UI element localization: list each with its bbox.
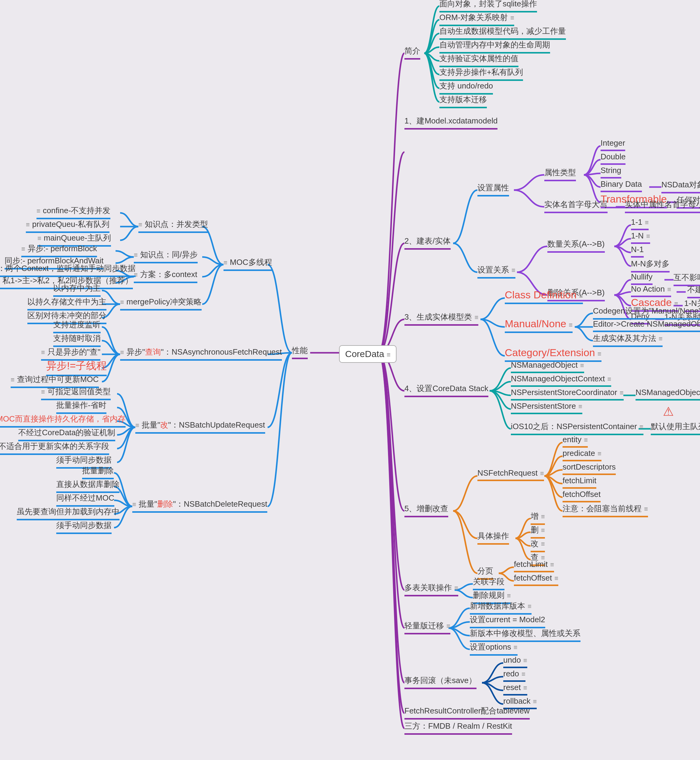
name-rule-2: 实体中属性名首字母小写 bbox=[625, 199, 700, 213]
branch-multi[interactable]: 多表关联操作≡ bbox=[405, 582, 458, 596]
branch-stack[interactable]: 4、设置CoreData Stack bbox=[405, 383, 488, 397]
fr-block: 注意：会阻塞当前线程≡ bbox=[562, 504, 648, 517]
bu-0: ≡可指定返回值类型 bbox=[41, 386, 111, 400]
mig-3: 设置options≡ bbox=[470, 642, 517, 656]
branch-intro[interactable]: 简介 bbox=[405, 45, 420, 59]
type-binary: Binary Data bbox=[600, 180, 642, 192]
del-noaction-note: 不建议用 bbox=[687, 285, 700, 298]
mig-0: 新增数据库版本≡ bbox=[470, 600, 531, 615]
branch-migrate[interactable]: 轻量版迁移≡ bbox=[405, 621, 450, 634]
bu-1: 批量操作-省时 bbox=[56, 400, 106, 414]
gen-manual-2: 生成实体及其方法≡ bbox=[593, 333, 662, 347]
branch-crud[interactable]: 5、增删改查 bbox=[405, 504, 448, 517]
crud-fetchreq[interactable]: NSFetchRequest≡ bbox=[477, 468, 544, 481]
page-offset: fetchOffset≡ bbox=[514, 573, 558, 586]
moc-k1-1: ≡privateQueu-私有队列 bbox=[26, 219, 109, 233]
gen-classdef: Class Definition≡ bbox=[505, 289, 583, 304]
op-d: 删≡ bbox=[531, 525, 545, 539]
op-c: 增≡ bbox=[531, 511, 545, 525]
count-n1: N-1 bbox=[631, 245, 644, 258]
stack-psc: NSPersistentStoreCoordinator≡ bbox=[511, 388, 624, 400]
count-1n: 1-N≡ bbox=[631, 231, 650, 244]
stack-ios10: iOS10之后：NSPersistentContainer≡ bbox=[511, 421, 644, 435]
intro-6: 支持 undo/redo bbox=[439, 81, 493, 95]
intro-2: 自动生成数据模型代码，减少工作量 bbox=[439, 26, 566, 40]
op-u: 改≡ bbox=[531, 538, 545, 552]
node-set-rel[interactable]: 设置关系≡ bbox=[477, 264, 516, 278]
count-11: 1-1≡ bbox=[631, 217, 648, 230]
bd-1: 直接从数据库删除 bbox=[56, 479, 119, 493]
moc-branch[interactable]: ≡MOC多线程 bbox=[223, 257, 272, 271]
root-node[interactable]: CoreData≡ bbox=[339, 345, 397, 363]
rb-undo: undo≡ bbox=[503, 655, 527, 668]
aq-3: 异步!=子线程 bbox=[46, 359, 107, 376]
gen-manual-0: Codegen设置为"Manual/None" bbox=[593, 306, 700, 320]
rb-redo: redo≡ bbox=[503, 669, 525, 682]
mig-1: 设置current = Model2 bbox=[470, 614, 545, 628]
fr-limit: fetchLimit bbox=[562, 476, 596, 489]
batch-u[interactable]: ≡批量"改"：NSBatchUpdateRequest bbox=[135, 420, 265, 434]
moc-merge[interactable]: ≡mergePolicy冲突策略 bbox=[120, 297, 202, 311]
intro-4: 支持验证实体属性的值 bbox=[439, 53, 519, 67]
fr-entity: entity≡ bbox=[562, 435, 588, 448]
branch-perf[interactable]: 性能 bbox=[292, 345, 308, 359]
stack-moc: NSManagedObjectContext≡ bbox=[511, 374, 611, 387]
moc-k1[interactable]: ≡知识点：并发类型 bbox=[138, 219, 208, 233]
fr-sort: sortDescriptors bbox=[562, 462, 616, 475]
count-mn: M-N多对多 bbox=[631, 258, 670, 272]
moc-k1-0: ≡confine-不支持并发 bbox=[36, 205, 110, 219]
warning-icon: ⚠︎ bbox=[663, 405, 674, 419]
gen-manual-1: Editor->Create NSManagedObject Subclass bbox=[593, 319, 700, 332]
count-rel[interactable]: 数量关系(A-->B) bbox=[547, 239, 605, 253]
type-double: Double bbox=[600, 152, 625, 165]
rb-reset: reset≡ bbox=[503, 683, 527, 696]
branch-entity[interactable]: 2、建表/实体 bbox=[405, 236, 451, 250]
mindmap-canvas: CoreData≡ 简介 面向对象，封装了sqlite操作 ORM-对象关系映射… bbox=[0, 0, 700, 760]
moc-plan[interactable]: ≡方案：多context bbox=[134, 269, 197, 283]
del-noaction: No Action≡ bbox=[631, 285, 671, 297]
branch-model[interactable]: 1、建Model.xcdatamodeld bbox=[405, 116, 497, 130]
node-set-attr[interactable]: 设置属性 bbox=[477, 183, 509, 197]
intro-5: 支持异步操作+私有队列 bbox=[439, 67, 523, 81]
branch-frc[interactable]: FetchResultController配合tableview bbox=[405, 705, 530, 719]
mig-2: 新版本中修改模型、属性或关系 bbox=[470, 628, 581, 642]
intro-3: 自动管理内存中对象的生命周期 bbox=[439, 39, 550, 53]
branch-gen-class[interactable]: 3、生成实体模型类≡ bbox=[405, 312, 478, 326]
moc-k2[interactable]: ≡知识点：同/异步 bbox=[134, 249, 198, 263]
page-limit: fetchLimit≡ bbox=[514, 560, 554, 572]
crud-ops[interactable]: 具体操作 bbox=[477, 531, 509, 545]
gen-manual[interactable]: Manual/None≡ bbox=[505, 318, 573, 333]
bd-4: 须手动同步数据 bbox=[56, 520, 112, 534]
intro-1: ORM-对象关系映射≡ bbox=[439, 12, 514, 26]
type-binary-note: NSData对象≡ bbox=[661, 180, 700, 194]
batch-d[interactable]: ≡批量"删除"：NSBatchDeleteRequest bbox=[132, 499, 267, 513]
bd-0: 批量删除 bbox=[82, 465, 114, 479]
gen-catext: Category/Extension≡ bbox=[505, 347, 602, 362]
bd-2: 同样不经过MOC bbox=[56, 493, 114, 507]
fr-predicate: predicate≡ bbox=[562, 449, 602, 461]
bu-4: 不适合用于更新实体的关系字段 bbox=[0, 441, 109, 455]
stack-mom: NSManagedObjectModel≡ bbox=[636, 388, 700, 400]
stack-mo: NSManagedObject≡ bbox=[511, 360, 584, 373]
branch-rollback[interactable]: 事务回滚（未save） bbox=[405, 675, 477, 689]
aq-0: 支持进度监听 bbox=[53, 319, 101, 333]
bd-3: 虽先要查询但并加载到内存中 bbox=[17, 507, 119, 520]
fr-offset: fetchOffset bbox=[562, 489, 600, 502]
bu-2: 不经过MOC而直接操作持久化存储，省内存 bbox=[0, 414, 126, 428]
moc-mg-0: 以内存中为主 bbox=[53, 283, 101, 297]
multi-0: 关联字段 bbox=[473, 576, 505, 590]
stack-ps: NSPersistentStore≡ bbox=[511, 402, 582, 414]
moc-mg-1: 以持久存储文件中为主 bbox=[27, 297, 106, 311]
type-integer: Integer bbox=[600, 138, 625, 151]
name-rule-1: 实体名首字母大写 bbox=[544, 199, 608, 213]
intro-0: 面向对象，封装了sqlite操作 bbox=[439, 0, 537, 13]
del-nullify: Nullify bbox=[631, 272, 653, 285]
async-q[interactable]: ≡异步"查询"：NSAsynchronousFetchRequest bbox=[120, 347, 282, 361]
node-attr-type[interactable]: 属性类型 bbox=[544, 167, 576, 181]
intro-7: 支持版本迁移 bbox=[439, 94, 487, 108]
stack-ios10-note: 默认使用主队列Moc≡ bbox=[651, 421, 700, 435]
bu-3: 不经过CoreData的验证机制 bbox=[18, 427, 115, 441]
branch-third[interactable]: 三方：FMDB / Realm / RestKit bbox=[405, 721, 512, 735]
aq-1: 支持随时取消 bbox=[53, 333, 101, 347]
type-string: String bbox=[600, 166, 621, 178]
